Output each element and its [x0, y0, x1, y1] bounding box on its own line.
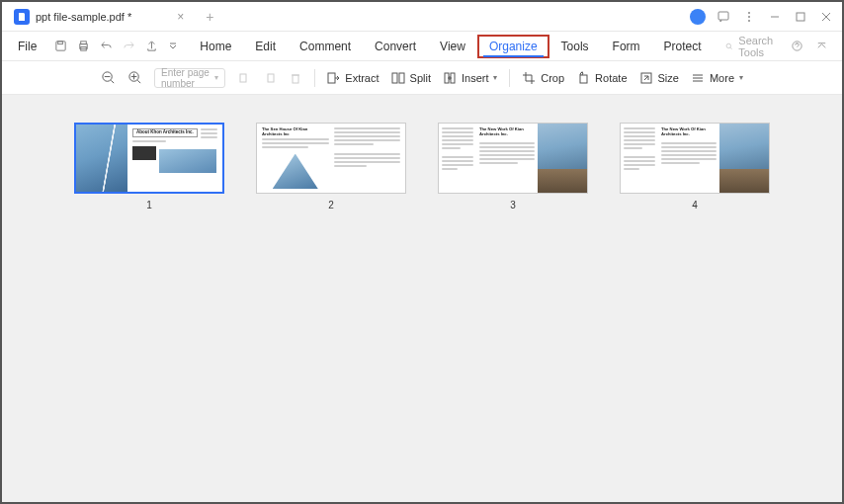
svg-rect-5: [797, 13, 804, 21]
new-tab-button[interactable]: +: [196, 9, 223, 25]
page-thumbnail-wrap: About Khon Architects Inc. 1: [74, 123, 224, 210]
tab-protect[interactable]: Protect: [652, 35, 714, 58]
menubar-right: [791, 40, 834, 52]
organize-toolbar: Enter page number ▾ Extract Split Insert…: [2, 61, 842, 95]
share-icon[interactable]: [145, 40, 158, 52]
chevron-down-icon: ▾: [493, 73, 497, 82]
crop-icon: [522, 71, 536, 85]
insert-button[interactable]: Insert ▾: [443, 71, 498, 85]
svg-rect-31: [399, 73, 404, 83]
rotate-right-icon: [263, 71, 277, 85]
chevron-down-icon: ▾: [739, 73, 743, 82]
search-placeholder: Search Tools: [738, 35, 779, 58]
menu-tabs: Home Edit Comment Convert View Organize …: [188, 35, 713, 58]
rotate-icon: [576, 71, 590, 85]
tab-comment[interactable]: Comment: [288, 35, 363, 58]
page-thumbnail-wrap: The Sen House Of Kian Architects Inc 2: [256, 123, 406, 210]
print-icon[interactable]: [77, 40, 90, 52]
redo-icon[interactable]: [123, 40, 135, 52]
page-thumbnails-area: About Khon Architects Inc. 1 The Sen Hou…: [2, 95, 842, 502]
feedback-icon[interactable]: [716, 9, 731, 25]
svg-point-14: [726, 43, 730, 47]
page-thumbnail[interactable]: The New Work Of Kian Architects Inc.: [438, 123, 588, 194]
dropdown-icon[interactable]: [168, 42, 178, 51]
page-thumbnail-wrap: The New Work Of Kian Architects Inc. 3: [438, 123, 588, 210]
tab-tools[interactable]: Tools: [549, 35, 601, 58]
insert-icon: [443, 71, 457, 85]
svg-rect-25: [240, 74, 246, 82]
page-input-placeholder: Enter page number: [161, 67, 214, 89]
collapse-ribbon-icon[interactable]: [815, 40, 828, 52]
slide-title: The New Work Of Kian Architects Inc.: [479, 127, 535, 136]
undo-icon[interactable]: [100, 40, 113, 52]
page-thumbnail[interactable]: About Khon Architects Inc.: [74, 123, 224, 194]
page-number: 4: [692, 200, 698, 210]
help-icon[interactable]: [791, 40, 803, 52]
svg-rect-34: [580, 75, 587, 83]
maximize-button[interactable]: [793, 9, 808, 25]
menubar: File Home Edit Comment Convert View Orga…: [2, 32, 842, 61]
quick-access-toolbar: [44, 40, 188, 52]
svg-line-19: [111, 80, 114, 83]
rotate-button[interactable]: Rotate: [576, 71, 627, 85]
file-menu[interactable]: File: [10, 40, 44, 53]
page-number-input[interactable]: Enter page number ▾: [154, 68, 225, 88]
more-button[interactable]: More ▾: [691, 71, 743, 85]
rotate-left-icon: [237, 71, 251, 85]
svg-point-3: [748, 20, 750, 22]
document-tab[interactable]: ppt file-sample.pdf * ×: [2, 2, 196, 32]
extract-icon: [326, 71, 340, 85]
slide-title: About Khon Architects Inc.: [132, 128, 198, 137]
tab-home[interactable]: Home: [188, 35, 243, 58]
size-button[interactable]: Size: [639, 71, 679, 85]
more-icon: [691, 71, 705, 85]
search-tools[interactable]: Search Tools: [714, 35, 791, 58]
minimize-button[interactable]: [767, 9, 783, 25]
svg-point-2: [748, 16, 750, 18]
page-number: 3: [510, 200, 516, 210]
titlebar: ppt file-sample.pdf * × +: [2, 2, 842, 32]
tab-edit[interactable]: Edit: [243, 35, 288, 58]
tab-view[interactable]: View: [428, 35, 477, 58]
save-icon[interactable]: [54, 40, 67, 52]
page-number: 1: [146, 200, 152, 210]
svg-rect-27: [293, 75, 298, 83]
split-icon: [391, 71, 405, 85]
tab-organize[interactable]: Organize: [477, 35, 549, 58]
svg-rect-29: [328, 73, 335, 83]
zoom-in-icon[interactable]: [127, 70, 142, 85]
extract-button[interactable]: Extract: [326, 71, 379, 85]
size-icon: [639, 71, 653, 85]
search-icon: [725, 41, 733, 52]
close-tab-icon[interactable]: ×: [177, 10, 184, 24]
page-thumbnail[interactable]: The Sen House Of Kian Architects Inc: [256, 123, 406, 194]
delete-page-icon: [289, 71, 302, 85]
chevron-down-icon: ▾: [214, 73, 218, 82]
svg-rect-26: [268, 74, 274, 82]
divider: [509, 69, 510, 87]
svg-rect-9: [58, 42, 63, 44]
avatar[interactable]: [690, 9, 706, 25]
kebab-icon[interactable]: [741, 9, 757, 25]
divider: [314, 69, 315, 87]
svg-line-15: [730, 47, 732, 49]
svg-line-22: [137, 80, 140, 83]
split-button[interactable]: Split: [391, 71, 431, 85]
svg-rect-30: [392, 73, 397, 83]
tab-convert[interactable]: Convert: [363, 35, 428, 58]
window-controls: [690, 9, 842, 25]
page-number: 2: [328, 200, 334, 210]
svg-rect-11: [81, 42, 87, 44]
zoom-out-icon[interactable]: [101, 70, 116, 85]
close-window-button[interactable]: [818, 9, 834, 25]
page-thumbnail[interactable]: The New Work Of Kian Architects Inc.: [620, 123, 770, 194]
page-thumbnail-wrap: The New Work Of Kian Architects Inc. 4: [620, 123, 770, 210]
svg-rect-0: [718, 12, 728, 20]
app-icon: [14, 9, 30, 25]
slide-title: The New Work Of Kian Architects Inc.: [661, 127, 717, 136]
svg-point-1: [748, 12, 750, 14]
crop-button[interactable]: Crop: [522, 71, 564, 85]
tab-title: ppt file-sample.pdf *: [36, 11, 131, 23]
tab-form[interactable]: Form: [601, 35, 652, 58]
slide-title: The Sen House Of Kian Architects Inc: [262, 127, 329, 136]
